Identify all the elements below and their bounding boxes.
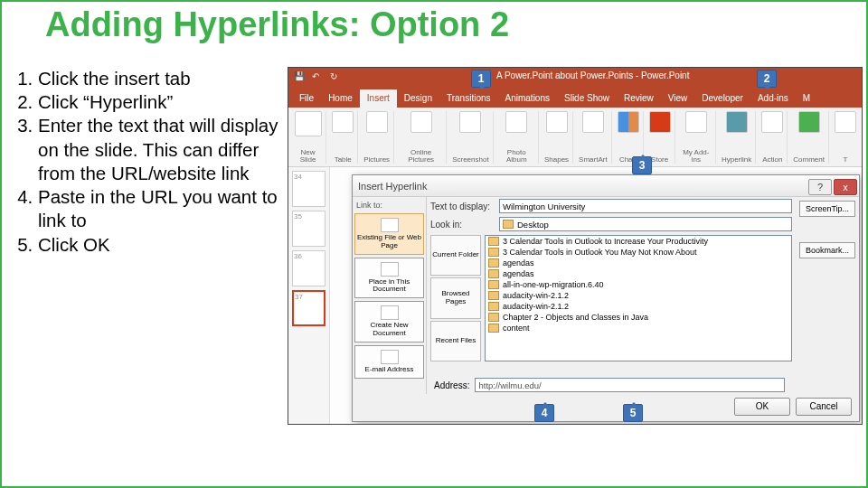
tab-design[interactable]: Design	[397, 89, 439, 108]
callout-2: 2	[757, 70, 777, 88]
help-button[interactable]: ?	[808, 179, 832, 195]
ribbon-hyperlink[interactable]: Hyperlink	[718, 111, 756, 164]
tab-transitions[interactable]: Transitions	[439, 89, 498, 108]
email-icon	[381, 350, 399, 364]
file-item[interactable]: agendas	[486, 268, 791, 279]
tab-more[interactable]: M	[796, 89, 817, 108]
screenshot-icon	[459, 111, 481, 133]
ribbon-pictures[interactable]: Pictures	[360, 111, 394, 164]
ribbon-screenshot[interactable]: Screenshot	[448, 111, 493, 164]
dialog-right-buttons: ScreenTip... Bookmark...	[796, 197, 859, 394]
address-input[interactable]	[475, 378, 785, 392]
linkto-create-new[interactable]: Create New Document	[354, 301, 424, 343]
step-item: Paste in the URL you want to link to	[38, 185, 278, 232]
text-icon	[835, 111, 856, 133]
tab-file[interactable]: File	[292, 89, 321, 108]
file-item[interactable]: all-in-one-wp-migration.6.40	[486, 279, 791, 290]
file-item[interactable]: agendas	[486, 258, 791, 268]
chart-icon	[618, 111, 639, 133]
tab-addins[interactable]: Add-ins	[750, 89, 796, 108]
redo-icon[interactable]: ↻	[330, 71, 343, 84]
file-item[interactable]: audacity-win-2.1.2	[486, 290, 791, 301]
pane-current-folder[interactable]: Current Folder	[430, 235, 481, 276]
screenshot-powerpoint: 1 2 3 4 5 💾 ↶ ↻ A Power.Point about Powe…	[288, 67, 863, 425]
undo-icon[interactable]: ↶	[312, 71, 325, 84]
shapes-icon	[546, 111, 568, 133]
file-item[interactable]: Chapter 2 - Objects and Classes in Java	[486, 312, 791, 323]
tab-view[interactable]: View	[661, 89, 695, 108]
file-item[interactable]: 3 Calendar Tools in Outlook You May Not …	[486, 247, 791, 258]
slide-frame: Adding Hyperlinks: Option 2 Click the in…	[0, 0, 868, 488]
file-item[interactable]: 3 Calendar Tools in Outlook to Increase …	[486, 236, 791, 247]
photo-album-icon	[505, 111, 527, 133]
page-title: Adding Hyperlinks: Option 2	[45, 5, 509, 44]
ribbon-comment[interactable]: Comment	[789, 111, 829, 164]
ribbon-text[interactable]: T	[831, 111, 860, 164]
tab-animations[interactable]: Animations	[498, 89, 557, 108]
dialog-titlebar: Insert Hyperlink ? x	[353, 175, 859, 197]
steps-list: Click the insert tab Click “Hyperlink” E…	[11, 67, 278, 257]
file-item[interactable]: content	[486, 323, 791, 333]
ribbon-insert: New Slide Table Pictures Online Pictures…	[288, 108, 862, 167]
tab-insert[interactable]: Insert	[360, 89, 397, 108]
store-icon	[649, 111, 671, 133]
cancel-button[interactable]: Cancel	[796, 398, 852, 416]
slide-thumb-current[interactable]: 37	[292, 290, 326, 326]
text-to-display-label: Text to display:	[430, 202, 495, 211]
ribbon-my-addins[interactable]: My Add-ins	[677, 111, 716, 164]
new-slide-icon	[295, 111, 322, 136]
dialog-title-text: Insert Hyperlink	[358, 181, 427, 192]
linkto-panel: Link to: Existing File or Web Page Place…	[353, 197, 427, 394]
linkto-email[interactable]: E-mail Address	[354, 345, 424, 379]
tab-review[interactable]: Review	[617, 89, 661, 108]
callout-4: 4	[534, 404, 554, 422]
text-to-display-input[interactable]	[499, 199, 792, 213]
ribbon-action[interactable]: Action	[758, 111, 788, 164]
hyperlink-icon	[726, 111, 748, 133]
linkto-place-in-doc[interactable]: Place in This Document	[354, 258, 424, 299]
lookin-label: Look in:	[430, 220, 495, 230]
ribbon-table[interactable]: Table	[328, 111, 358, 164]
tab-slideshow[interactable]: Slide Show	[557, 89, 617, 108]
callout-5: 5	[623, 404, 643, 422]
close-button[interactable]: x	[834, 179, 857, 195]
file-list[interactable]: 3 Calendar Tools in Outlook to Increase …	[485, 235, 792, 361]
step-item: Click OK	[38, 233, 278, 257]
step-item: Enter the text that will display on the …	[38, 114, 278, 185]
folder-icon	[488, 280, 499, 289]
globe-icon	[381, 218, 399, 232]
folder-icon	[488, 302, 499, 311]
folder-icon	[488, 258, 499, 267]
file-pane-tabs: Current Folder Browsed Pages Recent File…	[430, 235, 481, 361]
ribbon-smartart[interactable]: SmartArt	[575, 111, 612, 164]
linkto-existing-file[interactable]: Existing File or Web Page	[354, 213, 424, 255]
pane-recent-files[interactable]: Recent Files	[430, 321, 481, 361]
screentip-button[interactable]: ScreenTip...	[799, 201, 855, 217]
file-item[interactable]: audacity-win-2.1.2	[486, 301, 791, 312]
pane-browsed-pages[interactable]: Browsed Pages	[430, 277, 481, 318]
bookmark-button[interactable]: Bookmark...	[799, 242, 855, 258]
dialog-main: Text to display: Look in: Desktop Curren…	[427, 197, 796, 394]
address-label: Address:	[434, 380, 469, 390]
ribbon-tabs: File Home Insert Design Transitions Anim…	[288, 88, 862, 108]
tab-developer[interactable]: Developer	[694, 89, 750, 108]
linkto-label: Link to:	[356, 201, 424, 210]
slide-thumb[interactable]: 34	[292, 171, 326, 207]
slide-thumb[interactable]: 36	[292, 250, 326, 286]
slide-thumbnail-panel: 34 35 36 37	[288, 167, 330, 424]
ribbon-online-pictures[interactable]: Online Pictures	[396, 111, 447, 164]
step-item: Click the insert tab	[38, 67, 278, 90]
slide-thumb[interactable]: 35	[292, 211, 326, 247]
ok-button[interactable]: OK	[734, 398, 790, 416]
ribbon-photo-album[interactable]: Photo Album	[495, 111, 539, 164]
folder-icon	[488, 237, 499, 246]
folder-icon	[488, 324, 499, 333]
pictures-icon	[366, 111, 388, 133]
tab-home[interactable]: Home	[321, 89, 360, 108]
folder-icon	[503, 220, 514, 229]
ribbon-shapes[interactable]: Shapes	[541, 111, 573, 164]
ribbon-new-slide[interactable]: New Slide	[290, 111, 326, 164]
lookin-dropdown[interactable]: Desktop	[499, 217, 792, 231]
save-icon[interactable]: 💾	[294, 71, 307, 84]
window-title: A Power.Point about Power.Points - Power…	[496, 70, 689, 80]
